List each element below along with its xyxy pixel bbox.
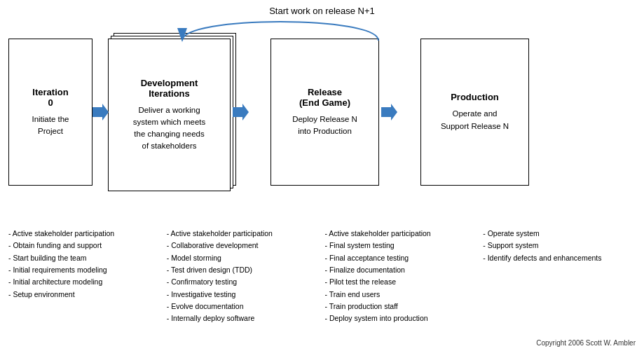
list-item: - Train production staff (325, 301, 478, 312)
dev-body: Deliver a workingsystem which meetsthe c… (133, 104, 206, 153)
dev-iterations-box: DevelopmentIterations Deliver a workings… (108, 39, 231, 191)
release-body: Deploy Release Ninto Production (292, 113, 357, 138)
bottom-col-1: - Active stakeholder participation- Obta… (6, 228, 164, 325)
diagram-area: Start work on release N+1 Iteration0 Ini… (0, 0, 644, 224)
list-item: - Train end users (325, 289, 478, 301)
iter0-body: Initiate theProject (32, 113, 69, 138)
list-item: - Active stakeholder participation (167, 228, 320, 240)
list-item: - Pilot test the release (325, 276, 478, 288)
list-item: - Initial requirements modeling (8, 264, 161, 276)
top-arrow-label: Start work on release N+1 (269, 6, 375, 16)
list-item: - Start building the team (8, 252, 161, 264)
production-body: Operate andSupport Release N (441, 108, 509, 132)
svg-marker-5 (93, 104, 109, 121)
list-item: - Model storming (167, 252, 320, 264)
list-item: - Finalize documentation (325, 264, 478, 276)
iteration0-box: Iteration0 Initiate theProject (8, 39, 93, 186)
bottom-col-4: - Operate system- Support system- Identi… (480, 228, 638, 325)
list-item: - Internally deploy software (167, 312, 320, 324)
production-box: Production Operate andSupport Release N (420, 39, 529, 186)
list-item: - Active stakeholder participation (8, 228, 161, 240)
release-title: Release(End Game) (299, 87, 350, 108)
list-item: - Test driven design (TDD) (167, 264, 320, 276)
list-item: - Initial architecture modeling (8, 276, 161, 288)
list-item: - Support system (483, 240, 636, 252)
list-item: - Evolve documentation (167, 301, 320, 312)
list-item: - Setup environment (8, 289, 161, 301)
list-item: - Confirmatory testing (167, 276, 320, 288)
bottom-col-3: - Active stakeholder participation- Fina… (322, 228, 481, 325)
copyright: Copyright 2006 Scott W. Ambler (536, 339, 636, 347)
bottom-col-2: - Active stakeholder participation- Coll… (164, 228, 322, 325)
svg-marker-7 (381, 104, 397, 121)
list-item: - Deploy system into production (325, 312, 478, 324)
release-box: Release(End Game) Deploy Release Ninto P… (270, 39, 379, 186)
list-item: - Investigative testing (167, 289, 320, 301)
list-item: - Identify defects and enhancements (483, 252, 636, 264)
production-title: Production (451, 92, 499, 102)
bottom-section: - Active stakeholder participation- Obta… (0, 228, 644, 325)
dev-title: DevelopmentIterations (141, 78, 198, 99)
iter0-title: Iteration0 (32, 87, 68, 108)
list-item: - Active stakeholder participation (325, 228, 478, 240)
list-item: - Obtain funding and support (8, 240, 161, 252)
list-item: - Final acceptance testing (325, 252, 478, 264)
list-item: - Operate system (483, 228, 636, 240)
list-item: - Final system testing (325, 240, 478, 252)
list-item: - Collaborative development (167, 240, 320, 252)
